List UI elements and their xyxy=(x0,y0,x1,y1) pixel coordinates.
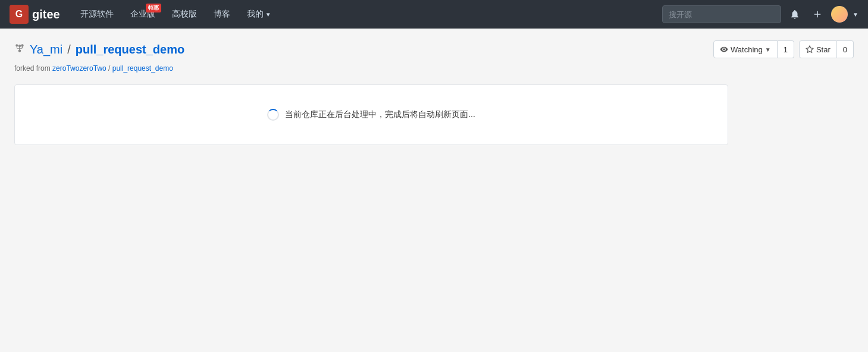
star-count[interactable]: 0 xyxy=(837,40,854,58)
fork-info: forked from zeroTwozeroTwo / pull_reques… xyxy=(14,64,854,73)
nav-item-mine[interactable]: 我的 ▼ xyxy=(239,0,280,29)
fork-owner-link[interactable]: zeroTwozeroTwo xyxy=(52,64,106,73)
logo-text: gitee xyxy=(32,8,60,21)
navbar: G gitee 开源软件 企业版 特惠 高校版 博客 我的 ▼ xyxy=(0,0,868,29)
loading-spinner xyxy=(267,109,279,121)
avatar[interactable] xyxy=(831,6,848,23)
watch-label: Watching xyxy=(731,45,763,54)
fork-icon xyxy=(14,43,25,56)
page-content: Ya_mi / pull_request_demo Watching ▼ 1 S… xyxy=(0,29,868,352)
repo-separator: / xyxy=(67,43,71,56)
nav-item-blog[interactable]: 博客 xyxy=(205,0,239,29)
avatar-image xyxy=(831,6,848,23)
bell-icon[interactable] xyxy=(786,9,804,20)
nav-links: 开源软件 企业版 特惠 高校版 博客 我的 ▼ xyxy=(72,0,662,29)
logo[interactable]: G gitee xyxy=(10,5,60,24)
watch-button[interactable]: Watching ▼ xyxy=(713,40,778,58)
nav-right: ▼ xyxy=(662,5,858,23)
watch-count[interactable]: 1 xyxy=(778,40,794,58)
plus-icon[interactable] xyxy=(809,9,826,20)
logo-icon: G xyxy=(10,5,29,24)
enterprise-badge: 特惠 xyxy=(146,4,161,12)
repo-header: Ya_mi / pull_request_demo Watching ▼ 1 S… xyxy=(14,40,854,58)
repo-name[interactable]: pull_request_demo xyxy=(76,43,184,56)
star-button[interactable]: Star xyxy=(799,40,837,58)
mine-chevron-icon: ▼ xyxy=(265,11,271,18)
fork-repo-link[interactable]: pull_request_demo xyxy=(112,64,173,73)
nav-item-opensource[interactable]: 开源软件 xyxy=(72,0,122,29)
processing-box: 当前仓库正在后台处理中，完成后将自动刷新页面... xyxy=(14,84,728,145)
svg-marker-0 xyxy=(806,46,813,52)
avatar-chevron-icon[interactable]: ▼ xyxy=(853,11,858,18)
watch-chevron-icon: ▼ xyxy=(765,46,771,53)
nav-item-university[interactable]: 高校版 xyxy=(164,0,205,29)
fork-text: forked from xyxy=(14,64,51,73)
repo-actions: Watching ▼ 1 Star 0 xyxy=(713,40,854,58)
repo-title: Ya_mi / pull_request_demo xyxy=(14,43,184,56)
fork-sep: / xyxy=(108,64,112,73)
nav-item-enterprise[interactable]: 企业版 特惠 xyxy=(122,0,164,29)
star-label: Star xyxy=(816,45,831,54)
repo-owner[interactable]: Ya_mi xyxy=(30,43,62,56)
search-input[interactable] xyxy=(662,5,781,23)
processing-message: 当前仓库正在后台处理中，完成后将自动刷新页面... xyxy=(285,109,475,120)
